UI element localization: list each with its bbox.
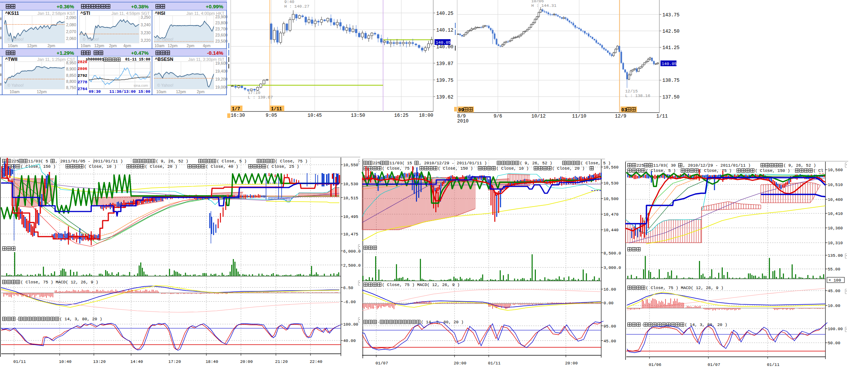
svg-text:^TWII: ^TWII bbox=[5, 57, 17, 62]
svg-text:16:30: 16:30 bbox=[231, 113, 245, 118]
svg-text:( Close, 150 ): ( Close, 150 ) bbox=[21, 164, 55, 169]
svg-text:10,460: 10,460 bbox=[828, 197, 843, 202]
svg-text:12pm: 12pm bbox=[37, 89, 47, 94]
svg-text:10,530: 10,530 bbox=[603, 181, 619, 186]
svg-text:01/07: 01/07 bbox=[375, 361, 388, 366]
svg-text:11/10: 11/10 bbox=[572, 114, 586, 119]
svg-text:2,060: 2,060 bbox=[66, 36, 76, 41]
svg-text:( Close, 10 ): ( Close, 10 ) bbox=[496, 166, 529, 171]
svg-text:( Close, 20 ): ( Close, 20 ) bbox=[145, 164, 177, 169]
svg-text:, 2011/01/05 - 2011/01/11 ): , 2011/01/05 - 2011/01/11 ) bbox=[55, 159, 123, 164]
svg-text:20:00: 20:00 bbox=[240, 359, 253, 364]
svg-text:10,440: 10,440 bbox=[603, 228, 619, 232]
svg-text:10,410: 10,410 bbox=[828, 211, 843, 216]
svg-text:135.00: 135.00 bbox=[828, 253, 843, 258]
svg-text:10am: 10am bbox=[156, 89, 166, 94]
svg-text:+0.38%: +0.38% bbox=[131, 4, 149, 10]
svg-text:^STI: ^STI bbox=[81, 11, 90, 16]
svg-text:sh000001: sh000001 bbox=[86, 57, 104, 62]
svg-text:19,200: 19,200 bbox=[215, 77, 228, 81]
svg-text:^BSESN: ^BSESN bbox=[155, 57, 173, 62]
svg-text:100.00: 100.00 bbox=[828, 327, 843, 331]
svg-text:10am: 10am bbox=[154, 43, 165, 48]
svg-text:137.50: 137.50 bbox=[662, 95, 680, 100]
svg-text:14:40: 14:40 bbox=[130, 359, 143, 364]
svg-text:50.00: 50.00 bbox=[828, 341, 840, 345]
svg-text:140.05: 140.05 bbox=[662, 62, 677, 66]
svg-text:10,560: 10,560 bbox=[603, 165, 619, 170]
svg-text:10:45: 10:45 bbox=[307, 113, 322, 118]
svg-text:( Close, 75 ): ( Close, 75 ) bbox=[699, 169, 732, 173]
svg-text:9:05: 9:05 bbox=[266, 113, 277, 118]
svg-text:22:40: 22:40 bbox=[310, 359, 322, 364]
svg-text:3,220: 3,220 bbox=[141, 38, 150, 43]
svg-text:10,500: 10,500 bbox=[603, 197, 619, 201]
svg-text:45.00: 45.00 bbox=[603, 339, 616, 343]
svg-text:2pm: 2pm bbox=[197, 89, 205, 94]
svg-text:( Close, 20 ): ( Close, 20 ) bbox=[552, 166, 585, 171]
svg-text:100.00: 100.00 bbox=[343, 322, 358, 327]
svg-text:12pm: 12pm bbox=[94, 43, 105, 48]
svg-text:sina.com: sina.com bbox=[133, 83, 148, 87]
svg-text:18:00: 18:00 bbox=[419, 113, 433, 118]
svg-text:01-11 15:00: 01-11 15:00 bbox=[125, 57, 150, 62]
svg-text:09:30: 09:30 bbox=[89, 89, 101, 94]
svg-text:11/03( 15: 11/03( 15 bbox=[390, 161, 412, 165]
svg-text:11:30/13:00: 11:30/13:00 bbox=[109, 89, 136, 94]
svg-text:11/03( 5: 11/03( 5 bbox=[28, 159, 48, 164]
svg-text:+0.99%: +0.99% bbox=[206, 4, 223, 10]
svg-text:17:10: 17:10 bbox=[248, 91, 260, 95]
svg-text:8,500.0: 8,500.0 bbox=[603, 251, 621, 256]
svg-text:( Close, 75 ): ( Close, 75 ) bbox=[382, 166, 415, 171]
svg-text:L : 139.67: L : 139.67 bbox=[248, 95, 273, 100]
svg-text:( 14, 3, 80, 20 ): ( 14, 3, 80, 20 ) bbox=[60, 317, 102, 321]
svg-text:8/9: 8/9 bbox=[457, 114, 466, 119]
svg-text:138.75: 138.75 bbox=[662, 78, 680, 83]
svg-text:12/15: 12/15 bbox=[625, 89, 638, 94]
svg-text:19,400: 19,400 bbox=[215, 69, 228, 73]
svg-text:2010: 2010 bbox=[457, 119, 469, 124]
svg-text:15:00: 15:00 bbox=[138, 89, 150, 94]
svg-text:1/7: 1/7 bbox=[232, 107, 240, 112]
svg-text:01/11: 01/11 bbox=[13, 359, 26, 364]
svg-text:( Close, 5 ): ( Close, 5 ) bbox=[217, 159, 247, 164]
svg-text:18:40: 18:40 bbox=[206, 359, 218, 364]
svg-text:( Close, 75 ) MACD( 12, 26,: ( Close, 75 ) MACD( 12, 26, 9 ) bbox=[382, 283, 460, 287]
svg-text:4pm: 4pm bbox=[123, 43, 131, 48]
svg-text:© Yahoo!: © Yahoo! bbox=[157, 83, 174, 87]
svg-text:© Yahoo!: © Yahoo! bbox=[8, 37, 24, 41]
svg-text:© Yahoo!: © Yahoo! bbox=[83, 37, 99, 41]
svg-text:10.00: 10.00 bbox=[828, 304, 840, 308]
svg-text:140.05: 140.05 bbox=[436, 40, 451, 45]
svg-text:19,000: 19,000 bbox=[215, 85, 228, 89]
svg-text:225: 225 bbox=[637, 163, 644, 168]
svg-text:2,070: 2,070 bbox=[66, 29, 76, 34]
svg-text:45.00: 45.00 bbox=[828, 289, 840, 293]
svg-text:2pm: 2pm bbox=[187, 43, 195, 48]
svg-text:8,900: 8,900 bbox=[66, 67, 76, 71]
svg-text:23,500: 23,500 bbox=[215, 39, 228, 43]
svg-text:19,600: 19,600 bbox=[215, 61, 228, 65]
svg-text:( Close, 75 ) MACD( 12, 26,: ( Close, 75 ) MACD( 12, 26, 9 ) bbox=[21, 280, 98, 285]
svg-text:2pm: 2pm bbox=[48, 43, 55, 48]
svg-text:9:40: 9:40 bbox=[284, 0, 294, 4]
svg-text:2820: 2820 bbox=[78, 60, 87, 64]
svg-text:142.50: 142.50 bbox=[662, 29, 680, 34]
svg-text:13:50: 13:50 bbox=[351, 113, 365, 118]
svg-text:12pm: 12pm bbox=[176, 89, 186, 94]
svg-text:( Close, 150 ): ( Close, 150 ) bbox=[755, 169, 790, 173]
svg-text:L : 138.16: L : 138.16 bbox=[625, 94, 650, 98]
svg-text:© Yahoo!: © Yahoo! bbox=[8, 83, 24, 87]
svg-text:95.00: 95.00 bbox=[603, 324, 616, 329]
svg-text:( Close, 5 ): ( Close, 5 ) bbox=[646, 169, 676, 173]
svg-text:10am: 10am bbox=[81, 43, 91, 48]
svg-text:10,510: 10,510 bbox=[828, 183, 843, 187]
svg-text:1/11: 1/11 bbox=[656, 114, 668, 119]
svg-text:140.25: 140.25 bbox=[436, 11, 453, 16]
svg-text:2764: 2764 bbox=[78, 87, 87, 91]
svg-text:10,360: 10,360 bbox=[828, 226, 843, 231]
svg-text:10/12: 10/12 bbox=[531, 114, 546, 119]
svg-text:10,515: 10,515 bbox=[343, 196, 358, 200]
svg-text:23,700: 23,700 bbox=[215, 27, 228, 31]
svg-text:4pm: 4pm bbox=[203, 43, 211, 48]
